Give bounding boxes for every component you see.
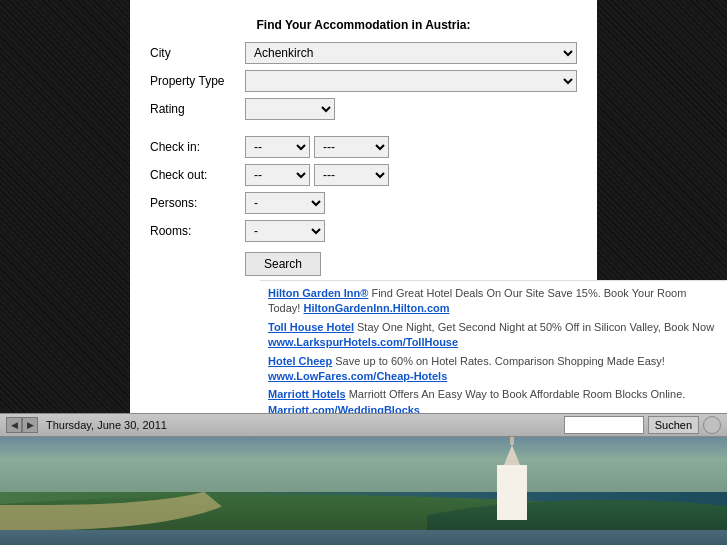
bottom-search-button[interactable]: Suchen [648,416,699,434]
scenic-background [0,437,727,545]
city-select[interactable]: Achenkirch [245,42,577,64]
checkin-selects: -- --- [245,136,389,158]
nav-prev-button[interactable]: ◀ [6,417,22,433]
search-button[interactable]: Search [245,252,321,276]
checkin-month-select[interactable]: --- [314,136,389,158]
ad-link-3[interactable]: Hotel Cheep [268,355,332,367]
ad-link-2[interactable]: Toll House Hotel [268,321,354,333]
checkin-row: Check in: -- --- [150,136,577,158]
ad-body-3: Save up to 60% on Hotel Rates. Compariso… [332,355,665,367]
city-control: Achenkirch [245,42,577,64]
ad-url-1[interactable]: HiltonGardenInn.Hilton.com [303,302,449,314]
property-type-label: Property Type [150,74,245,88]
rating-label: Rating [150,102,245,116]
scenic-water [0,530,727,545]
checkout-selects: -- --- [245,164,389,186]
persons-select[interactable]: - [245,192,325,214]
page-title: Find Your Accommodation in Austria: [150,10,577,42]
persons-label: Persons: [150,196,245,210]
search-row: Search [150,252,577,276]
bottom-end-icon [703,416,721,434]
bottom-date: Thursday, June 30, 2011 [46,419,564,431]
ad-line-1: Hilton Garden Inn® Find Great Hotel Deal… [268,286,719,317]
nav-next-button[interactable]: ▶ [22,417,38,433]
checkout-label: Check out: [150,168,245,182]
ad-link-4[interactable]: Marriott Hotels [268,388,346,400]
nav-buttons: ◀ ▶ [6,417,38,433]
bottom-search-input[interactable] [564,416,644,434]
rating-row: Rating [150,98,577,120]
ad-line-2: Toll House Hotel Stay One Night, Get Sec… [268,320,719,351]
rooms-select[interactable]: - [245,220,325,242]
city-label: City [150,46,245,60]
rooms-label: Rooms: [150,224,245,238]
bottom-toolbar: ◀ ▶ Thursday, June 30, 2011 Suchen [0,413,727,437]
city-row: City Achenkirch [150,42,577,64]
rating-select[interactable] [245,98,335,120]
church-building [497,465,527,520]
property-type-select[interactable] [245,70,577,92]
main-form-area: Find Your Accommodation in Austria: City… [130,0,597,420]
ad-url-2[interactable]: www.LarkspurHotels.com/TollHouse [268,336,458,348]
persons-row: Persons: - [150,192,577,214]
ad-url-3[interactable]: www.LowFares.com/Cheap-Hotels [268,370,447,382]
checkin-day-select[interactable]: -- [245,136,310,158]
ad-line-3: Hotel Cheep Save up to 60% on Hotel Rate… [268,354,719,385]
ad-body-2: Stay One Night, Get Second Night at 50% … [354,321,714,333]
rooms-row: Rooms: - [150,220,577,242]
ad-body-4: Marriott Offers An Easy Way to Book Affo… [346,388,686,400]
property-type-control [245,70,577,92]
checkout-day-select[interactable]: -- [245,164,310,186]
ad-link-1[interactable]: Hilton Garden Inn® [268,287,368,299]
checkout-row: Check out: -- --- [150,164,577,186]
property-type-row: Property Type [150,70,577,92]
checkin-label: Check in: [150,140,245,154]
checkout-month-select[interactable]: --- [314,164,389,186]
bottom-search-area: Suchen [564,416,699,434]
